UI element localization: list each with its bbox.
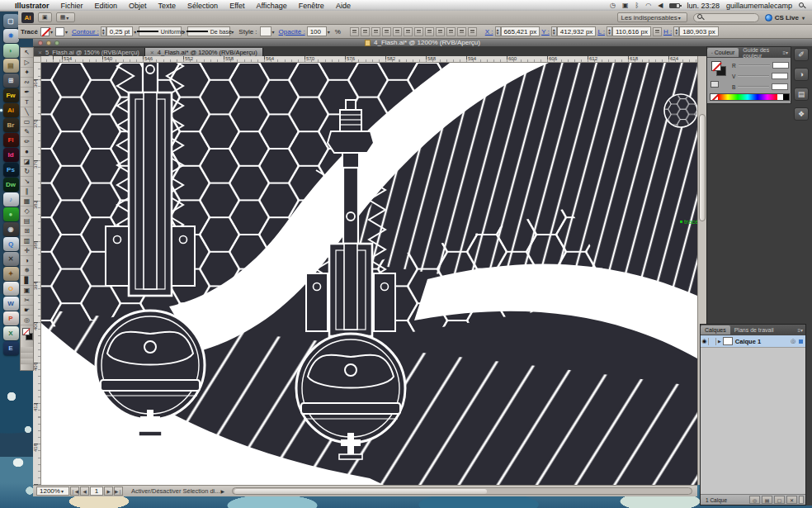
dock-icon-ichat[interactable]: ◗ [3,44,19,58]
wifi-icon[interactable]: ◠ [645,2,651,9]
menu-texte[interactable]: Texte [158,2,177,10]
gradient-panel-icon[interactable]: ◑ [794,68,809,81]
menu-aide[interactable]: Aide [336,2,351,10]
perspective-grid-tool[interactable]: ▤ [21,216,33,226]
delete-layer-button[interactable]: ✕ [786,496,797,504]
last-artboard-button[interactable]: ▶❘ [114,487,123,496]
align-h-right-icon[interactable] [393,27,402,36]
arrange-icon[interactable] [361,27,370,36]
y-stepper[interactable]: ▲▼ [551,26,557,36]
menu-fichier[interactable]: Fichier [61,2,83,10]
layers-panel-scrollbar[interactable] [799,496,804,504]
align-h-left-icon[interactable] [371,27,380,36]
dock-icon-photo-booth[interactable]: ◉ [3,222,19,236]
brush-dropdown[interactable]: ▾ [231,29,234,35]
menu-effet[interactable]: Effet [229,2,244,10]
rotate-tool[interactable]: ↻ [21,167,33,177]
minimize-window-button[interactable] [46,40,51,45]
layer-disclosure-icon[interactable]: ▶ [718,339,721,344]
search-input[interactable] [693,13,759,22]
stroke-swatch[interactable] [55,27,64,36]
dock-icon-illustrator[interactable]: Ai [3,103,19,117]
doc-setup-icon[interactable] [350,27,359,36]
free-transform-tool[interactable]: ▦ [21,197,33,207]
zoom-level-select[interactable]: 1200%▾ [36,487,69,496]
type-tool[interactable]: T [21,97,33,107]
status-menu-arrow[interactable]: ▶ [221,488,225,494]
previous-artboard-button[interactable]: ◀ [80,487,89,496]
go-to-bridge-button[interactable]: ▣ [38,12,52,22]
default-fill-stroke-icon[interactable] [710,81,719,88]
document-tab-2[interactable]: ✕4_Flash.ai* @ 1200% (RVB/Aperçu) [145,48,263,56]
brush-definition-select[interactable]: De base [187,26,230,36]
blob-brush-tool[interactable]: ● [21,147,33,157]
color-value-v[interactable] [772,73,788,79]
opacity-link[interactable]: Opacité : [279,28,305,36]
dock-icon-media-player[interactable]: ● [3,207,19,221]
artboard-number-field[interactable]: 1 [90,487,103,496]
align-v-bottom-icon[interactable] [425,27,434,36]
selection-tool[interactable]: ↖ [21,48,33,58]
new-layer-button[interactable]: ▢ [774,496,785,504]
horizontal-scrollbar-thumb[interactable] [234,489,487,494]
pen-tool[interactable]: ✒ [21,88,33,97]
layer-thumbnail[interactable] [723,337,733,345]
workspace-switcher[interactable]: Les indispensables▾ [617,12,687,22]
displays-icon[interactable]: ▣ [622,2,629,9]
dock-icon-dreamweaver[interactable]: Dw [3,178,19,192]
height-field[interactable]: 180,903 px [679,26,719,36]
x-stepper[interactable]: ▲▼ [495,26,501,36]
ruler-origin-corner[interactable] [33,56,41,63]
y-field[interactable]: 412,932 px [557,26,597,36]
white-swatch[interactable] [777,94,783,100]
line-tool[interactable]: ╲ [21,107,33,117]
height-stepper[interactable]: ▲▼ [673,26,679,36]
dock-icon-excel[interactable]: X [3,326,19,340]
gradient-tool[interactable]: ▥ [21,236,33,246]
blend-tool[interactable]: ◑ [21,256,33,266]
dock-icon-fireworks[interactable]: Fw [3,88,19,102]
layer-visibility-icon[interactable]: ◉ [701,338,709,345]
panel-fill-swatch[interactable] [711,61,721,71]
next-artboard-button[interactable]: ▶ [104,487,113,496]
menu-affichage[interactable]: Affichage [256,2,286,10]
vertical-scrollbar-thumb[interactable] [699,114,706,221]
stroke-panel-icon[interactable]: ▤ [794,88,809,101]
dock-icon-flash[interactable]: Fl [3,133,19,147]
opacity-dropdown[interactable]: ▾ [328,29,330,35]
dock-icon-safari[interactable]: ✵ [3,29,19,43]
dock-icon-office[interactable]: O [3,282,19,296]
color-slider-r[interactable] [739,64,770,66]
zoom-tool[interactable]: ◎ [21,316,33,325]
align-v-middle-icon[interactable] [414,27,423,36]
document-tab-1[interactable]: ✕5_Flash.ai @ 150% (RVB/Aperçu) [33,48,145,56]
dock-icon-photoshop[interactable]: Ps [3,163,19,177]
none-swatch[interactable] [710,94,718,100]
spotlight-icon[interactable] [799,2,805,9]
dock-icon-finder[interactable]: ▢ [3,14,19,28]
color-slider-v[interactable] [738,75,769,77]
tab-close-icon[interactable]: ✕ [150,50,154,55]
width-profile-select[interactable]: Uniforme [139,26,182,36]
symbol-sprayer-tool[interactable]: ✵ [21,266,33,276]
fill-stroke-indicator[interactable] [21,325,33,347]
dock-icon-itunes[interactable]: ♪ [3,192,19,207]
dock-icon-powerpoint[interactable]: P [3,311,19,325]
new-sublayer-button[interactable]: ▤ [762,496,772,504]
color-value-b[interactable] [772,83,788,90]
layer-lock-toggle[interactable] [709,338,716,345]
style-dropdown[interactable]: ▾ [272,29,275,35]
stroke-panel-link[interactable]: Contour : [72,28,99,36]
cs-live-button[interactable]: CS Live▾ [765,14,807,21]
dock-icon-utility[interactable]: ✕ [3,252,19,266]
screen-mode-button[interactable] [21,358,33,364]
profile-dropdown[interactable]: ▾ [182,29,185,35]
volume-icon[interactable]: ◀ [658,2,663,9]
tab-couleur[interactable]: ◦Couleur [707,48,739,57]
spectrum-ramp[interactable] [718,94,777,100]
distribute-right-icon[interactable] [457,27,466,36]
document-canvas[interactable] [41,63,697,485]
y-label[interactable]: Y : [541,28,550,36]
menubar-clock[interactable]: lun. 23:28 [687,2,720,10]
zoom-window-button[interactable] [54,40,59,45]
